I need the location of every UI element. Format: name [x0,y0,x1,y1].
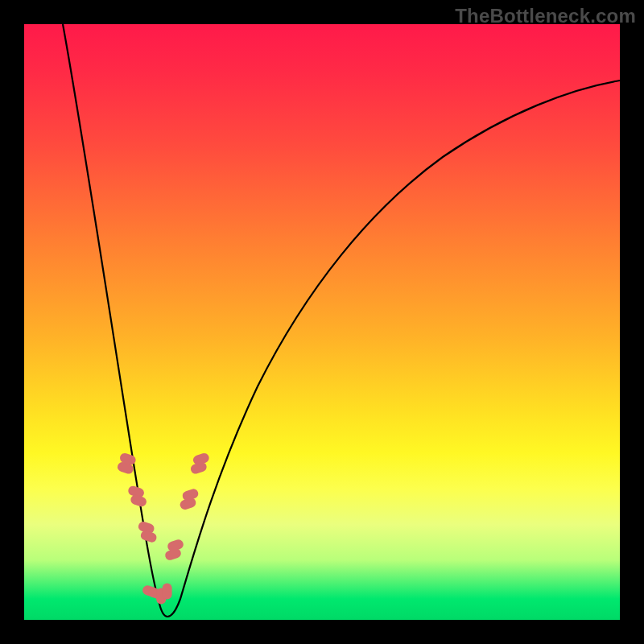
marker-layer [116,452,210,604]
curve-marker [163,584,172,600]
curve-right [167,80,620,617]
curve-marker [181,488,200,502]
curve-marker [139,530,158,544]
bottleneck-chart-svg [24,24,620,620]
plot-area [24,24,620,620]
curve-marker [167,539,185,553]
curve-marker [192,452,210,466]
curve-marker [130,493,148,508]
watermark-text: TheBottleneck.com [455,5,636,27]
